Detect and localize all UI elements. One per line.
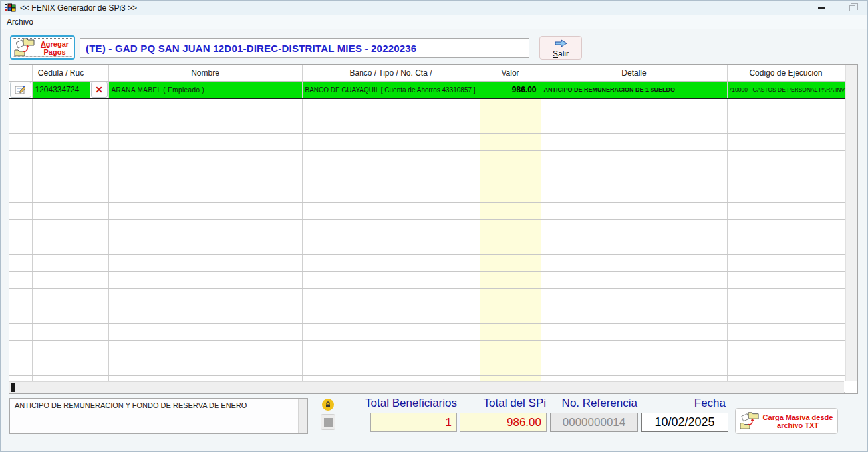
restore-icon[interactable] xyxy=(837,1,867,15)
cell-empty xyxy=(302,116,480,133)
cell-empty xyxy=(302,323,480,340)
carga-masiva-label: Carga Masiva desde archivo TXT xyxy=(762,413,833,429)
lock-icon[interactable] xyxy=(322,399,334,411)
cell-codigo[interactable]: 710000 - GASTOS DE PERSONAL PARA INVERSI xyxy=(727,81,845,98)
cell-empty xyxy=(541,98,727,116)
cell-empty xyxy=(302,237,480,254)
fecha-label: Fecha xyxy=(615,397,726,411)
cell-empty xyxy=(32,358,90,375)
cell-empty xyxy=(480,288,541,306)
cell-empty xyxy=(302,254,480,271)
grid-row-empty xyxy=(9,116,845,133)
horizontal-scrollbar[interactable] xyxy=(9,381,844,393)
gray-square-button[interactable] xyxy=(321,414,335,430)
cell-empty xyxy=(108,237,302,254)
app-icon xyxy=(5,3,16,13)
salir-button[interactable]: Salir xyxy=(539,36,582,60)
cell-empty xyxy=(32,254,90,271)
grid-row-empty xyxy=(9,358,845,375)
cell-empty xyxy=(727,306,845,323)
cell-empty xyxy=(480,202,541,219)
cell-detalle[interactable]: ANTICIPO DE REMUNERACION DE 1 SUELDO xyxy=(541,81,727,98)
cell-empty xyxy=(302,358,480,375)
cell-empty xyxy=(9,271,32,288)
cell-empty xyxy=(90,271,108,288)
cell-empty xyxy=(108,219,302,237)
menubar: Archivo xyxy=(1,15,867,29)
cell-empty xyxy=(302,150,480,168)
menu-archivo[interactable]: Archivo xyxy=(1,15,39,29)
window-controls xyxy=(806,1,867,15)
cell-empty xyxy=(541,254,727,271)
cell-empty xyxy=(32,219,90,237)
cell-empty xyxy=(727,202,845,219)
grid-row-selected: 1204334724✕ARANA MABEL ( Empleado )BANCO… xyxy=(9,81,845,98)
cell-empty xyxy=(727,219,845,237)
gray-square-icon xyxy=(324,418,333,427)
cell-empty xyxy=(90,237,108,254)
cell-empty xyxy=(90,202,108,219)
col-header-selector xyxy=(9,65,32,81)
cell-empty xyxy=(480,185,541,202)
col-header-detalle: Detalle xyxy=(541,65,727,81)
carga-masiva-button[interactable]: Carga Masiva desde archivo TXT xyxy=(735,408,838,434)
cell-empty xyxy=(32,185,90,202)
descripcion-text: ANTICIPO DE REMUNERACION Y FONDO DE RESE… xyxy=(15,401,247,409)
total-beneficiarios-field: 1 xyxy=(370,413,457,432)
textarea-scrollbar[interactable] xyxy=(298,399,307,433)
cell-empty xyxy=(9,340,32,358)
cell-banco[interactable]: BANCO DE GUAYAQUIL [ Cuenta de Ahorros 4… xyxy=(302,81,480,98)
cell-empty xyxy=(32,306,90,323)
cell-empty xyxy=(32,150,90,168)
cell-empty xyxy=(32,288,90,306)
grid-row-empty xyxy=(9,306,845,323)
cell-nombre[interactable]: ARANA MABEL ( Empleado ) xyxy=(108,81,302,98)
vertical-scrollbar[interactable] xyxy=(845,65,857,381)
minimize-icon[interactable] xyxy=(806,1,837,15)
fecha-field[interactable]: 10/02/2025 xyxy=(641,413,728,432)
agregar-pagos-button[interactable]: Agregar Pagos xyxy=(10,35,75,60)
grid-row-empty xyxy=(9,288,845,306)
cell-empty xyxy=(32,237,90,254)
cell-empty xyxy=(90,116,108,133)
cell-empty xyxy=(108,168,302,185)
delete-row-icon[interactable]: ✕ xyxy=(91,82,108,98)
descripcion-textarea[interactable]: ANTICIPO DE REMUNERACION Y FONDO DE RESE… xyxy=(9,398,308,434)
cell-empty xyxy=(90,323,108,340)
salir-label: Salir xyxy=(553,50,569,58)
cell-empty xyxy=(541,150,727,168)
cell-empty xyxy=(480,168,541,185)
cell-cedula[interactable]: 1204334724 xyxy=(32,81,90,98)
cell-empty xyxy=(541,340,727,358)
cell-empty xyxy=(727,271,845,288)
cell-empty xyxy=(727,323,845,340)
cell-empty xyxy=(541,306,727,323)
grid-row-empty xyxy=(9,271,845,288)
cell-empty xyxy=(9,185,32,202)
grid-body: 1204334724✕ARANA MABEL ( Empleado )BANCO… xyxy=(9,81,845,392)
cell-empty xyxy=(302,185,480,202)
record-position-marker[interactable] xyxy=(11,383,15,392)
cell-empty xyxy=(108,358,302,375)
cell-empty xyxy=(90,150,108,168)
cell-empty xyxy=(32,340,90,358)
cell-empty xyxy=(302,271,480,288)
cell-empty xyxy=(108,340,302,358)
grid-header-row: Cédula / Ruc Nombre Banco / Tipo / No. C… xyxy=(9,65,845,81)
edit-row-icon[interactable] xyxy=(10,82,31,98)
cell-empty xyxy=(480,237,541,254)
cell-empty xyxy=(90,168,108,185)
cell-empty xyxy=(480,340,541,358)
cell-empty xyxy=(9,358,32,375)
blue-right-arrow-icon xyxy=(553,38,568,50)
cell-empty xyxy=(32,323,90,340)
cell-empty xyxy=(108,323,302,340)
col-header-valor: Valor xyxy=(480,65,541,81)
cell-empty xyxy=(727,150,845,168)
cell-empty xyxy=(9,150,32,168)
entity-title-field[interactable]: (TE) - GAD PQ SAN JUAN 12D01-DIREC-DISTR… xyxy=(80,38,529,58)
cell-empty xyxy=(32,98,90,116)
cell-valor[interactable]: 986.00 xyxy=(480,81,541,98)
cell-empty xyxy=(541,237,727,254)
cell-empty xyxy=(32,168,90,185)
